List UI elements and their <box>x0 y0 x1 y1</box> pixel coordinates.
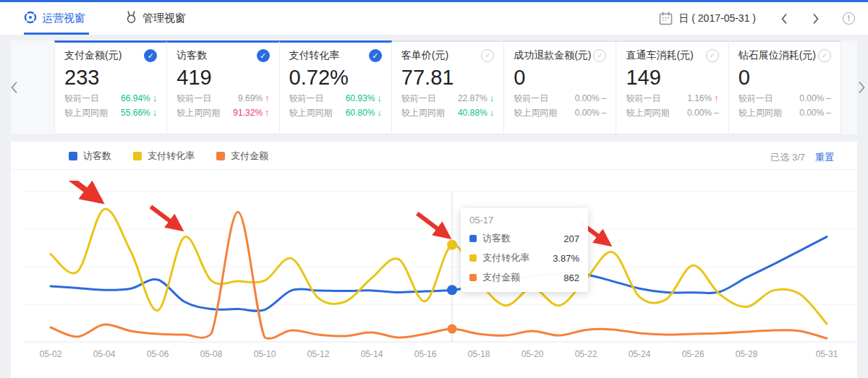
compare-value: 0.00% <box>575 108 600 118</box>
tooltip-row: 支付金额862 <box>469 271 579 284</box>
metric-compare-row: 较上周同期55.66%↓ <box>64 108 157 118</box>
x-axis-label: 05-04 <box>93 349 116 359</box>
metric-title: 支付金额(元) <box>64 49 122 62</box>
hover-dot <box>447 285 457 295</box>
metric-compare-row: 较上周同期0.00%– <box>739 108 831 118</box>
trend-up-icon: ↑ <box>265 108 270 118</box>
legend-swatch <box>69 152 77 160</box>
legend-swatch <box>216 152 225 160</box>
metric-card[interactable]: 客单价(元)✓77.81较前一日22.87%↓较上周同期40.88%↓ <box>392 40 504 134</box>
x-axis-label: 05-22 <box>575 349 597 359</box>
trend-down-icon: ↓ <box>490 93 495 103</box>
compare-label: 较上周同期 <box>401 108 445 118</box>
compare-label: 较上周同期 <box>739 108 782 118</box>
metric-compare-row: 较前一日66.94%↓ <box>64 93 157 103</box>
metric-compare-row: 较上周同期91.32%↑ <box>176 108 269 118</box>
x-axis-label: 05-02 <box>40 349 62 359</box>
info-icon[interactable]: ! <box>843 12 855 25</box>
compare-value: 66.94% <box>121 93 150 103</box>
cards-scroll-left-button[interactable] <box>10 81 18 97</box>
chart-legend: 访客数支付转化率支付金额 <box>69 150 268 163</box>
metric-value: 419 <box>176 66 269 89</box>
compare-label: 较上周同期 <box>514 108 557 118</box>
tab-label: 管理视窗 <box>142 12 186 25</box>
metric-card[interactable]: 钻石展位消耗(元)✓0较前一日0.00%–较上周同期0.00%– <box>729 40 841 134</box>
compare-label: 较上周同期 <box>626 108 669 118</box>
date-controls: 日 ( 2017-05-31 ) ! <box>659 2 855 35</box>
compare-value: 0.00% <box>799 93 824 103</box>
reset-link[interactable]: 重置 <box>815 152 834 163</box>
legend-swatch <box>133 152 142 160</box>
tab-management-view[interactable]: 管理视窗 <box>125 2 186 35</box>
legend-item[interactable]: 支付金额 <box>216 150 268 163</box>
unselected-check-badge[interactable]: ✓ <box>593 49 606 62</box>
date-selector[interactable]: 日 ( 2017-05-31 ) <box>678 12 756 25</box>
metric-compare-row: 较上周同期40.88%↓ <box>401 108 494 118</box>
metric-card[interactable]: 支付金额(元)✓233较前一日66.94%↓较上周同期55.66%↓ <box>54 40 167 134</box>
compare-value: 60.93% <box>346 93 375 103</box>
metric-card[interactable]: 支付转化率✓0.72%较前一日60.93%↓较上周同期60.80%↓ <box>280 40 392 134</box>
compare-label: 较前一日 <box>64 93 99 103</box>
trend-chart-panel: 访客数支付转化率支付金额 已选 3/7重置 05-0205-0405-0605-… <box>11 142 857 378</box>
metric-title: 访客数 <box>176 49 207 62</box>
metric-card[interactable]: 访客数✓419较前一日9.69%↑较上周同期91.32%↑ <box>167 40 279 134</box>
metric-title: 客单价(元) <box>401 49 448 62</box>
compare-value: 0.00% <box>799 108 824 118</box>
tooltip-row: 支付转化率3.87% <box>469 252 579 265</box>
trend-flat-icon: – <box>602 108 607 118</box>
compare-label: 较前一日 <box>739 93 773 103</box>
trend-flat-icon: – <box>602 93 607 103</box>
x-axis-label: 05-12 <box>307 349 330 359</box>
compare-label: 较前一日 <box>401 93 436 103</box>
annotation-arrow-icon <box>150 207 181 229</box>
metric-value: 0 <box>739 66 831 89</box>
trend-down-icon: ↓ <box>377 108 382 118</box>
x-axis-label: 05-06 <box>147 349 169 359</box>
legend-label: 支付金额 <box>231 150 268 163</box>
next-day-button[interactable] <box>812 13 820 25</box>
compare-value: 60.80% <box>346 108 375 118</box>
unselected-check-badge[interactable]: ✓ <box>818 49 831 62</box>
metric-compare-row: 较前一日0.00%– <box>514 93 606 103</box>
legend-controls: 已选 3/7重置 <box>770 151 834 164</box>
selected-check-badge[interactable]: ✓ <box>257 49 270 62</box>
legend-item[interactable]: 支付转化率 <box>133 150 195 163</box>
x-axis-label: 05-20 <box>522 349 544 359</box>
trend-down-icon: ↓ <box>377 93 382 103</box>
metric-value: 149 <box>626 66 718 89</box>
metric-compare-row: 较上周同期0.00%– <box>626 108 718 118</box>
x-axis-label: 05-08 <box>200 349 223 359</box>
unselected-check-badge[interactable]: ✓ <box>706 49 719 62</box>
hover-dot <box>447 240 457 250</box>
compare-value: 55.66% <box>121 108 150 118</box>
metric-title: 成功退款金额(元) <box>514 49 591 62</box>
tooltip-date: 05-17 <box>469 215 579 225</box>
operation-view-icon <box>24 11 37 27</box>
selected-check-badge[interactable]: ✓ <box>144 49 157 62</box>
metric-compare-row: 较前一日60.93%↓ <box>289 93 382 103</box>
selected-check-badge[interactable]: ✓ <box>369 49 382 62</box>
cards-scroll-right-button[interactable] <box>858 81 866 97</box>
prev-day-button[interactable] <box>780 13 788 25</box>
trend-flat-icon: – <box>826 93 831 103</box>
chart-tooltip: 05-17 访客数207支付转化率3.87%支付金额862 <box>461 208 588 292</box>
trend-flat-icon: – <box>826 108 831 118</box>
tab-operation-view[interactable]: 运营视窗 <box>24 2 85 35</box>
calendar-icon[interactable] <box>659 12 673 25</box>
metric-compare-row: 较前一日22.87%↓ <box>401 93 494 103</box>
compare-label: 较上周同期 <box>176 108 220 118</box>
series-line <box>51 209 827 324</box>
compare-label: 较前一日 <box>626 93 660 103</box>
x-axis-label: 05-26 <box>682 349 705 359</box>
metric-card[interactable]: 直通车消耗(元)✓149较前一日1.16%↑较上周同期0.00%– <box>616 40 728 134</box>
compare-value: 0.00% <box>575 93 600 103</box>
unselected-check-badge[interactable]: ✓ <box>481 49 494 62</box>
legend-divider <box>11 169 857 170</box>
legend-item[interactable]: 访客数 <box>69 150 111 163</box>
metric-compare-row: 较前一日1.16%↑ <box>626 93 718 103</box>
legend-label: 访客数 <box>83 150 111 163</box>
metric-card[interactable]: 成功退款金额(元)✓0较前一日0.00%–较上周同期0.00%– <box>504 40 616 134</box>
header: 运营视窗 管理视窗 日 ( 2017-05-31 ) ! <box>0 2 868 35</box>
management-view-icon <box>125 10 137 27</box>
line-chart[interactable]: 05-0205-0405-0605-0805-1005-1205-1405-16… <box>11 181 857 378</box>
